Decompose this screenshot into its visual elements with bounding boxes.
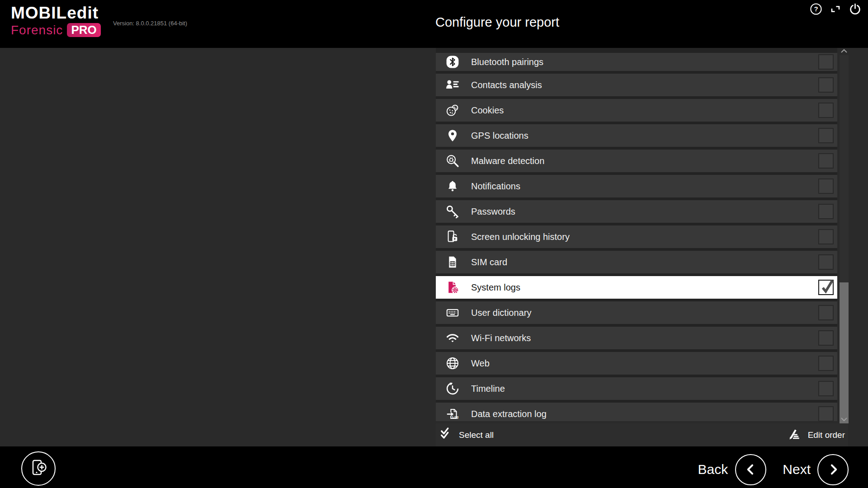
checkbox[interactable]	[818, 128, 834, 143]
scrollbar-track[interactable]	[840, 55, 849, 415]
checkbox[interactable]	[818, 330, 834, 346]
row-gps-locations[interactable]: GPS locations	[436, 124, 837, 147]
dock-window-icon[interactable]	[829, 2, 842, 16]
system-logs-icon	[446, 281, 459, 294]
back-button-label[interactable]: Back	[698, 462, 728, 477]
checkbox[interactable]	[818, 229, 834, 244]
select-all-label: Select all	[459, 430, 494, 440]
checkbox[interactable]	[818, 77, 834, 93]
checkbox[interactable]	[818, 381, 834, 396]
checkbox[interactable]	[818, 103, 834, 118]
page-title: Configure your report	[435, 15, 559, 30]
passwords-icon	[446, 205, 459, 218]
checkbox[interactable]	[818, 153, 834, 169]
select-all-button[interactable]: Select all	[440, 427, 494, 443]
cookies-icon	[446, 103, 459, 117]
row-label: Web	[471, 358, 490, 369]
row-label: Timeline	[471, 384, 505, 394]
row-label: System logs	[471, 282, 520, 293]
row-cookies[interactable]: Cookies	[436, 99, 837, 122]
checkbox[interactable]	[818, 356, 834, 371]
row-label: GPS locations	[471, 131, 528, 141]
window-controls: ?	[809, 2, 862, 16]
checkbox[interactable]	[818, 254, 834, 270]
chevron-right-icon	[826, 463, 840, 476]
checkbox[interactable]	[818, 305, 834, 320]
logo-pro-badge: PRO	[67, 23, 100, 37]
row-label: Bluetooth pairings	[471, 57, 543, 67]
row-sim-card[interactable]: SIM card	[436, 251, 837, 273]
checkbox[interactable]	[818, 204, 834, 219]
malware-detection-icon	[446, 154, 459, 168]
header-bar: MOBILedit Forensic PRO Version: 8.0.0.21…	[0, 0, 868, 48]
row-label: Wi-Fi networks	[471, 333, 531, 343]
list-footer-bar: Select all Edit order	[436, 423, 848, 446]
wizard-navigation: Back Next	[698, 454, 849, 485]
row-user-dictionary[interactable]: User dictionary	[436, 301, 837, 324]
scrollbar-thumb[interactable]	[840, 282, 849, 423]
checkbox[interactable]	[818, 54, 834, 70]
back-button[interactable]	[735, 454, 766, 485]
scroll-down-icon[interactable]	[840, 415, 849, 423]
list-scrollbar[interactable]	[840, 47, 849, 423]
report-sections-list: Bluetooth pairings Contacts analysis Coo…	[436, 48, 837, 421]
checkbox[interactable]	[818, 280, 834, 295]
row-web[interactable]: Web	[436, 352, 837, 375]
row-label: Data extraction log	[471, 409, 547, 419]
power-icon[interactable]	[848, 2, 862, 16]
help-icon[interactable]: ?	[809, 2, 823, 16]
timeline-icon	[446, 382, 459, 395]
row-data-extraction-log[interactable]: Log Data extraction log	[436, 403, 837, 421]
app-logo: MOBILedit Forensic PRO	[11, 5, 101, 37]
row-timeline[interactable]: Timeline	[436, 377, 837, 400]
svg-text:Log: Log	[452, 415, 458, 419]
data-extraction-log-icon: Log	[446, 407, 459, 421]
phone-plus-icon	[28, 458, 49, 479]
row-contacts-analysis[interactable]: Contacts analysis	[436, 74, 837, 96]
version-label: Version: 8.0.0.21851 (64-bit)	[113, 20, 187, 27]
checkbox[interactable]	[818, 178, 834, 194]
web-icon	[446, 357, 459, 370]
row-label: SIM card	[471, 257, 507, 267]
row-wifi-networks[interactable]: Wi-Fi networks	[436, 327, 837, 349]
row-label: Malware detection	[471, 156, 544, 166]
checkbox[interactable]	[818, 406, 834, 421]
svg-text:?: ?	[814, 5, 818, 13]
contacts-analysis-icon	[446, 78, 459, 92]
edit-order-button[interactable]: Edit order	[788, 427, 845, 443]
chevron-left-icon	[744, 463, 758, 476]
row-label: Notifications	[471, 181, 520, 192]
row-notifications[interactable]: Notifications	[436, 175, 837, 197]
next-button-label[interactable]: Next	[783, 462, 811, 477]
next-button[interactable]	[817, 454, 849, 485]
bottom-navigation-bar: Back Next	[0, 446, 868, 488]
edit-order-icon	[788, 427, 802, 443]
row-passwords[interactable]: Passwords	[436, 200, 837, 223]
gps-locations-icon	[446, 129, 459, 142]
logo-mobiledit: MOBILedit	[11, 5, 101, 21]
logo-forensic: Forensic	[11, 24, 63, 37]
wifi-networks-icon	[446, 331, 459, 345]
select-all-icon	[440, 427, 453, 443]
user-dictionary-icon	[446, 306, 459, 319]
row-label: Contacts analysis	[471, 80, 542, 90]
row-system-logs[interactable]: System logs	[436, 276, 837, 299]
screen-unlocking-icon	[446, 230, 459, 244]
row-bluetooth-pairings[interactable]: Bluetooth pairings	[436, 53, 837, 71]
notifications-icon	[446, 179, 459, 193]
row-label: User dictionary	[471, 308, 531, 318]
row-label: Screen unlocking history	[471, 232, 570, 242]
row-label: Cookies	[471, 105, 504, 116]
row-label: Passwords	[471, 206, 515, 217]
row-screen-unlocking-history[interactable]: Screen unlocking history	[436, 225, 837, 248]
mobiledit-window: MOBILedit Forensic PRO Version: 8.0.0.21…	[0, 0, 868, 488]
scroll-up-icon[interactable]	[840, 47, 849, 55]
edit-order-label: Edit order	[808, 430, 845, 440]
add-device-button[interactable]	[21, 451, 56, 486]
bluetooth-icon	[446, 55, 459, 69]
row-malware-detection[interactable]: Malware detection	[436, 150, 837, 172]
sim-card-icon	[446, 255, 459, 269]
